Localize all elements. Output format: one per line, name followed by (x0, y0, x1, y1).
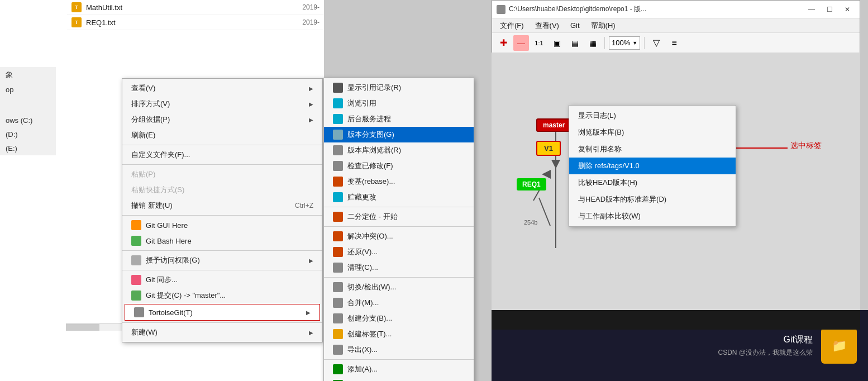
tb-box1[interactable]: ▣ (549, 35, 565, 51)
git-course-label: Git课程 (784, 334, 813, 346)
file-list: T MathUtil.txt 2019- T REQ1.txt 2019- (67, 0, 324, 30)
ctx-git-bash[interactable]: Git Bash Here (122, 233, 322, 249)
node-v1[interactable]: V1 (536, 141, 561, 156)
menu-git[interactable]: Git (565, 20, 585, 31)
ctx2-create-tag[interactable]: 创建标签(T)... (324, 326, 474, 342)
create-tag-icon (333, 329, 343, 339)
titlebar: C:\Users\huabei\Desktop\gitdemo\repo1 - … (492, 1, 860, 18)
ctx2-repo-browser[interactable]: 版本库浏览器(R) (324, 142, 474, 158)
ctx3-delete-tag[interactable]: 删除 refs/tags/V1.0 (569, 158, 736, 174)
ctx-new[interactable]: 新建(W) ▶ (122, 325, 322, 340)
tb-minus-red[interactable]: — (513, 35, 529, 51)
ctx-group[interactable]: 分组依据(P) ▶ (122, 112, 322, 127)
separator (324, 207, 474, 207)
ctx2-resolve[interactable]: 解决冲突(O)... (324, 228, 474, 244)
ctx-view[interactable]: 查看(V) ▶ (122, 80, 322, 96)
tb-box3[interactable]: ▦ (585, 35, 600, 51)
check-modified-icon (333, 161, 343, 171)
browse-ref-icon (333, 98, 343, 108)
file-date: 2019- (302, 3, 319, 11)
drive-d[interactable]: (D:) (0, 127, 56, 141)
ctx-paste[interactable]: 粘贴(P) (122, 166, 322, 182)
clean-icon (333, 263, 343, 273)
csdn-icon: 📁 (821, 328, 857, 364)
ctx2-browse-refs[interactable]: 浏览引用 (324, 96, 474, 111)
file-date: 2019- (302, 18, 319, 26)
node-254b: 254b (524, 219, 537, 226)
drive-e[interactable]: (E:) (0, 141, 56, 155)
node-req1[interactable]: REQ1 (517, 178, 546, 190)
left-item-op[interactable]: op (0, 83, 56, 97)
tb-filter[interactable]: ▽ (648, 35, 664, 51)
menu-help[interactable]: 帮助(H) (585, 20, 621, 32)
annotation-label: 选中标签 (790, 141, 822, 151)
ctx2-create-branch[interactable]: 创建分支(B)... (324, 311, 474, 326)
ctx2-export[interactable]: 导出(X)... (324, 342, 474, 358)
tb-lines[interactable]: ≡ (666, 35, 682, 51)
ctx-git-commit[interactable]: Git 提交(C) -> "master"... (122, 288, 322, 303)
ctx2-clean[interactable]: 清理(C)... (324, 260, 474, 275)
ctx2-stash[interactable]: 贮藏更改 (324, 189, 474, 205)
file-icon: T (71, 17, 82, 27)
window-icon (497, 5, 505, 14)
create-branch-icon (333, 313, 343, 323)
ctx-git-sync[interactable]: Git 同步... (122, 272, 322, 288)
ctx-git-gui[interactable]: Git GUI Here (122, 217, 322, 233)
menu-view[interactable]: 查看(V) (530, 20, 565, 32)
ctx-grant-access[interactable]: 授予访问权限(G) ▶ (122, 253, 322, 268)
separator (122, 145, 322, 145)
left-sidebar: 象 op ows (C:) (D:) (E:) (0, 67, 56, 155)
ctx2-check-modified[interactable]: 检查已修改(F) (324, 158, 474, 174)
ctx3-compare-head[interactable]: 比较HEAD版本(H) (569, 174, 736, 191)
bisect-icon (333, 212, 343, 222)
ctx3-copy-ref[interactable]: 复制引用名称 (569, 141, 736, 158)
tb-11[interactable]: 1:1 (531, 35, 547, 51)
drive-c[interactable]: ows (C:) (0, 113, 56, 127)
merge-icon (333, 298, 343, 308)
ctx2-background-service[interactable]: 后台服务进程 (324, 111, 474, 127)
tb-box2[interactable]: ▤ (567, 35, 583, 51)
ctx2-add[interactable]: 添加(A)... (324, 361, 474, 377)
ctx3-compare-working[interactable]: 与工作副本比较(W) (569, 208, 736, 225)
close-button[interactable]: ✕ (840, 3, 855, 16)
minimize-button[interactable]: — (804, 3, 819, 16)
ctx-customize[interactable]: 自定义文件夹(F)... (122, 147, 322, 163)
ctx-paste-shortcut[interactable]: 粘贴快捷方式(S) (122, 182, 322, 198)
ctx2-show-refs[interactable]: 显示引用记录(R) (324, 80, 474, 96)
file-row[interactable]: T REQ1.txt 2019- (67, 15, 324, 30)
separator (122, 250, 322, 251)
git-bash-icon (131, 236, 141, 246)
left-item-xiang[interactable]: 象 (0, 67, 56, 83)
ctx2-branch-graph[interactable]: 版本分支图(G) (324, 127, 474, 142)
ctx2-merge[interactable]: 合并(M)... (324, 295, 474, 311)
menubar: 文件(F) 查看(V) Git 帮助(H) (492, 18, 860, 33)
ctx2-checkout[interactable]: 切换/检出(W)... (324, 279, 474, 295)
file-row[interactable]: T MathUtil.txt 2019- (67, 0, 324, 15)
ctx2-revert[interactable]: 还原(V)... (324, 244, 474, 260)
context-menu-3: 显示日志(L) 浏览版本库(B) 复制引用名称 删除 refs/tags/V1.… (569, 105, 736, 227)
ctx3-browse-repo[interactable]: 浏览版本库(B) (569, 124, 736, 141)
toolbar: ✚ — 1:1 ▣ ▤ ▦ 100% ▼ ▽ ≡ (492, 33, 860, 53)
tb-red-cross[interactable]: ✚ (495, 35, 511, 51)
ctx2-bisect[interactable]: 二分定位 - 开始 (324, 209, 474, 225)
toolbar-separator (604, 37, 605, 49)
node-master[interactable]: master (536, 118, 571, 132)
revert-icon (333, 247, 343, 257)
git-gui-icon (131, 220, 141, 230)
context-menu-1: 查看(V) ▶ 排序方式(V) ▶ 分组依据(P) ▶ 刷新(E) 自定义文件夹… (122, 78, 323, 342)
status-bar (492, 310, 860, 330)
toolbar-separator (644, 37, 645, 49)
ctx-refresh[interactable]: 刷新(E) (122, 127, 322, 143)
ctx-sort[interactable]: 排序方式(V) ▶ (122, 96, 322, 112)
zoom-selector[interactable]: 100% ▼ (609, 36, 640, 50)
file-icon: T (71, 2, 82, 12)
ctx3-show-log[interactable]: 显示日志(L) (569, 107, 736, 124)
ctx3-diff-head[interactable]: 与HEAD版本的标准差异(D) (569, 191, 736, 208)
ctx-tortoisegit[interactable]: TortoiseGit(T) ▶ (125, 304, 320, 321)
ctx2-rebase[interactable]: 变基(rebase)... (324, 174, 474, 189)
maximize-button[interactable]: ☐ (822, 3, 837, 16)
menu-file[interactable]: 文件(F) (494, 20, 530, 32)
ctx2-add-submodule[interactable]: 添加子模块... (324, 377, 474, 381)
ctx-undo[interactable]: 撤销 新建(U) Ctrl+Z (122, 198, 322, 213)
window-title: C:\Users\huabei\Desktop\gitdemo\repo1 - … (509, 4, 804, 14)
